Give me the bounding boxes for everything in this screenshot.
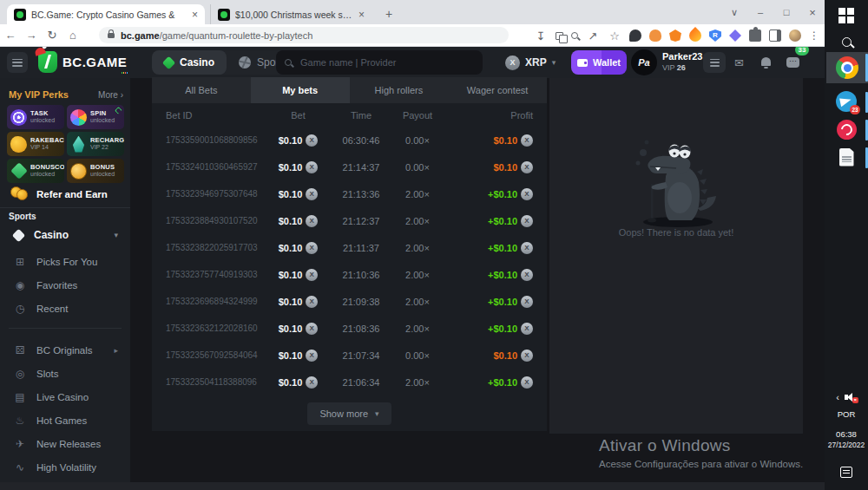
bet-amount: $0.10X xyxy=(279,376,319,389)
action-center-button[interactable] xyxy=(825,465,868,479)
window-maximize-button[interactable]: □ xyxy=(779,7,793,17)
bet-row[interactable]: 1753323632122028160$0.10X21:08:362.00×+$… xyxy=(152,315,547,342)
user-info[interactable]: Parker23 VIP 26 xyxy=(662,51,703,73)
show-hidden-icons-chevron[interactable]: ‹ xyxy=(836,392,839,402)
tab-search-chevron-icon[interactable]: ∨ xyxy=(727,7,741,18)
purple-kite-extension-icon[interactable] xyxy=(729,29,741,42)
user-avatar[interactable]: Pa xyxy=(631,49,657,75)
address-bar[interactable]: bc.game/game/quantum-roulette-by-playtec… xyxy=(99,27,509,43)
action-center-icon xyxy=(840,467,852,478)
bets-tab-high-rollers[interactable]: High rollers xyxy=(350,77,449,103)
currency-selector[interactable]: X XRP ▾ xyxy=(505,50,556,75)
perk-card-recharge[interactable]: RECHARGEVIP 22 xyxy=(67,132,124,156)
chat-icon[interactable] xyxy=(786,57,799,68)
new-tab-button[interactable]: + xyxy=(380,5,398,23)
home-icon[interactable]: ⌂ xyxy=(62,29,83,42)
blue-shield-extension-icon[interactable]: R xyxy=(709,29,721,42)
column-header: Profit xyxy=(510,110,533,121)
taskbar-chrome-button[interactable] xyxy=(826,52,868,83)
mail-icon[interactable]: ✉ xyxy=(734,56,744,69)
xrp-coin-icon: X xyxy=(521,161,533,173)
browser-tab-bcgame[interactable]: BC.Game: Crypto Casino Games & × xyxy=(7,4,205,24)
back-icon[interactable]: ← xyxy=(0,29,21,42)
bet-row[interactable]: 1753323757740919303$0.10X21:10:362.00×+$… xyxy=(152,261,547,288)
fire-extension-icon[interactable] xyxy=(687,27,704,44)
sidebar-item-slots[interactable]: ◎Slots xyxy=(0,362,130,385)
forward-icon[interactable]: → xyxy=(21,29,42,42)
browser-profile-avatar[interactable] xyxy=(789,29,801,42)
taskbar-search-button[interactable] xyxy=(825,31,868,52)
system-tray[interactable]: ‹ × xyxy=(825,390,868,404)
sidebar-item-new-releases[interactable]: ✈New Releases xyxy=(0,432,130,455)
sidebar-item-casino[interactable]: Casino ▾ xyxy=(0,224,130,246)
bets-tab-my-bets[interactable]: My bets xyxy=(251,77,350,103)
orange-person-extension-icon[interactable] xyxy=(649,29,661,42)
desktop: BC.Game: Crypto Casino Games & × $10,000… xyxy=(0,0,868,490)
xrp-coin-icon: X xyxy=(306,296,318,308)
sidebar-toggle-button[interactable] xyxy=(7,52,28,73)
bet-row[interactable]: 1753324010360465927$0.10X21:14:370.00×$0… xyxy=(152,154,547,180)
sidebar-item-hot-games[interactable]: ♨Hot Games xyxy=(0,408,130,432)
casino-nav-button[interactable]: Casino xyxy=(152,50,227,75)
bcgame-logo[interactable]: BC.GAME xyxy=(38,51,127,73)
start-button[interactable] xyxy=(825,5,868,26)
wallet-button[interactable]: Wallet xyxy=(571,50,627,75)
zoom-icon[interactable] xyxy=(571,32,578,39)
sidebar-item-live-casino[interactable]: ▤Live Casino xyxy=(0,385,130,408)
window-close-button[interactable]: × xyxy=(806,6,819,19)
muted-speaker-icon[interactable]: × xyxy=(845,392,857,402)
vip-more-link[interactable]: More › xyxy=(98,90,123,100)
metamask-icon[interactable] xyxy=(669,29,681,42)
side-panel-icon[interactable] xyxy=(769,29,781,42)
bet-row[interactable]: 1753323696894324999$0.10X21:09:382.00×+$… xyxy=(152,288,547,315)
bet-row[interactable]: 1753359001068809856$0.10X06:30:460.00×$0… xyxy=(152,127,547,154)
sidebar-item-recent[interactable]: ◷Recent xyxy=(0,297,130,320)
chat-panel: Oops! There is no data yet! xyxy=(549,78,803,434)
chevron-down-icon: ▾ xyxy=(375,409,379,418)
perk-card-rakeback[interactable]: RAKEBACKVIP 14 xyxy=(7,132,64,156)
dark-bird-extension-icon[interactable] xyxy=(629,29,641,42)
clock-date[interactable]: 27/12/2022 xyxy=(825,440,868,450)
bet-time: 21:13:36 xyxy=(343,189,380,199)
perk-card-bonuscode[interactable]: BONUSCODEunlocked xyxy=(7,159,64,183)
language-indicator[interactable]: POR xyxy=(825,408,868,420)
column-header: Bet ID xyxy=(166,110,266,121)
game-search[interactable] xyxy=(276,50,483,75)
bets-tab-all-bets[interactable]: All Bets xyxy=(152,77,251,103)
taskbar-notepad-button[interactable] xyxy=(825,146,868,168)
bet-row[interactable]: 1753323884930107520$0.10X21:12:372.00×+$… xyxy=(152,207,547,234)
bet-row[interactable]: 1753323946975307648$0.10X21:13:362.00×+$… xyxy=(152,180,547,207)
show-more-button[interactable]: Show more ▾ xyxy=(307,402,391,425)
taskbar-red-app-button[interactable] xyxy=(825,118,868,140)
game-search-input[interactable] xyxy=(299,56,474,69)
browser-menu-icon[interactable]: ⋮ xyxy=(809,29,818,42)
live-casino-icon: ▤ xyxy=(13,391,27,403)
bet-row[interactable]: 1753323567092584064$0.10X21:07:340.00×$0… xyxy=(152,342,547,369)
refer-and-earn[interactable]: Refer and Earn xyxy=(0,180,130,208)
sidebar-item-picks-for-you[interactable]: ⊞Picks For You xyxy=(0,250,130,273)
perk-card-spin[interactable]: SPINunlocked xyxy=(67,105,124,129)
bet-row[interactable]: 1753323822025917703$0.10X21:11:372.00×+$… xyxy=(152,234,547,261)
share-icon[interactable]: ↗ xyxy=(586,29,600,42)
sidebar-item-favorites[interactable]: ◉Favorites xyxy=(0,273,130,297)
download-icon[interactable]: ↧ xyxy=(534,29,548,42)
window-minimize-button[interactable]: – xyxy=(753,7,767,17)
bet-profit: $0.10X xyxy=(493,134,533,147)
extensions-puzzle-icon[interactable] xyxy=(749,29,761,42)
browser-tab-christmas[interactable]: $10,000 Christmas week special × xyxy=(210,4,372,24)
perk-card-task[interactable]: TASKunlocked xyxy=(7,105,64,129)
notification-bell-icon[interactable] xyxy=(761,57,771,66)
bets-tab-wager-contest[interactable]: Wager contest xyxy=(448,77,547,103)
sidebar-item-high-volatility[interactable]: ∿High Volatility xyxy=(0,455,130,479)
reload-icon[interactable]: ↻ xyxy=(42,29,62,42)
taskbar-telegram-button[interactable]: 23 xyxy=(825,90,868,113)
perk-card-bonus[interactable]: BONUSunlocked xyxy=(67,159,124,183)
bet-row[interactable]: 1753323504118388096$0.10X21:06:342.00×+$… xyxy=(152,369,547,395)
bets-list-button[interactable] xyxy=(703,52,726,73)
bookmark-star-icon[interactable]: ☆ xyxy=(608,29,621,42)
tab-close-icon[interactable]: × xyxy=(192,9,198,21)
translate-icon[interactable] xyxy=(556,32,563,40)
tab-close-icon[interactable]: × xyxy=(358,9,365,21)
sidebar-item-bc-originals[interactable]: ⚄BC Originals▸ xyxy=(0,338,130,362)
clock-time[interactable]: 06:38 xyxy=(825,428,868,439)
